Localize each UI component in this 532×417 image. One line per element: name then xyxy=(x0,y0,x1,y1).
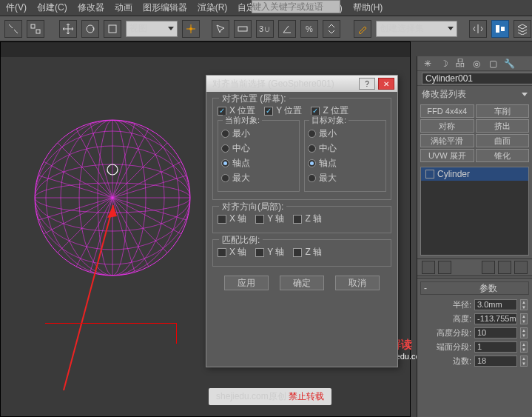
configure-sets-button[interactable] xyxy=(514,261,528,274)
height-spinner[interactable]: ▲▼ xyxy=(520,313,528,324)
cur-pivot-radio[interactable]: 轴点 xyxy=(221,157,296,170)
menu-help[interactable]: 帮助(H) xyxy=(353,1,383,14)
scale-button[interactable] xyxy=(104,20,121,38)
utilities-tab-icon[interactable]: 🔧 xyxy=(503,58,515,70)
edit-named-sel-button[interactable] xyxy=(354,20,371,38)
help-button[interactable]: ? xyxy=(359,78,375,90)
align-orientation-group: 对齐方向(局部): X 轴 Y 轴 Z 轴 xyxy=(212,206,391,233)
close-button[interactable]: ✕ xyxy=(378,78,394,90)
spinner-snap-button[interactable] xyxy=(323,20,340,38)
footer-watermark: shejiedu.com原创 禁止转载 xyxy=(209,388,331,405)
ref-coord-dropdown[interactable]: 视图 xyxy=(126,21,178,37)
menu-create[interactable]: 创建(C) xyxy=(37,1,67,14)
tgt-center-radio[interactable]: 中心 xyxy=(308,142,383,155)
tgt-min-radio[interactable]: 最小 xyxy=(308,127,383,140)
search-input[interactable] xyxy=(252,0,340,13)
display-tab-icon[interactable]: ▢ xyxy=(487,58,499,70)
percent-icon: % xyxy=(306,24,313,33)
mod-ffd-button[interactable]: FFD 4x4x4 xyxy=(420,104,474,118)
menu-graph[interactable]: 图形编辑器 xyxy=(143,1,187,14)
heightsegs-spinner[interactable]: ▲▼ xyxy=(520,327,528,338)
named-sel-dropdown[interactable]: 创建选择集 xyxy=(376,21,457,37)
y-position-checkbox[interactable]: ✓Y 位置 xyxy=(264,104,302,117)
svg-rect-5 xyxy=(238,27,247,31)
cancel-button[interactable]: 取消 xyxy=(335,276,380,290)
pin-stack-button[interactable] xyxy=(422,261,435,274)
svg-rect-7 xyxy=(501,27,505,31)
show-end-result-button[interactable] xyxy=(438,261,451,274)
mod-lathe-button[interactable]: 车削 xyxy=(476,104,530,118)
cur-max-radio[interactable]: 最大 xyxy=(221,172,296,184)
z-scale-checkbox[interactable]: Z 轴 xyxy=(293,246,322,258)
percent-snap-button[interactable]: % xyxy=(300,20,318,38)
mod-taper-button[interactable]: 锥化 xyxy=(476,149,530,162)
make-unique-button[interactable] xyxy=(482,261,495,274)
mod-turbosmooth-button[interactable]: 涡轮平滑 xyxy=(420,134,474,147)
keyboard-shortcut-button[interactable] xyxy=(234,20,252,38)
menu-bar: 件(V) 创建(C) 修改器 动画 图形编辑器 渲染(R) 自定义(U) MAX… xyxy=(0,0,532,16)
modifier-buttons-grid: FFD 4x4x4 车削 对称 挤出 涡轮平滑 曲面 UVW 展开 锥化 xyxy=(417,103,532,164)
select-manipulate-button[interactable] xyxy=(212,20,229,38)
radius-spinner[interactable]: ▲▼ xyxy=(520,299,528,310)
y-axis-checkbox[interactable]: Y 轴 xyxy=(255,213,284,225)
menu-render[interactable]: 渲染(R) xyxy=(198,1,228,14)
params-rollout-body: 半径:3.0mm▲▼ 高度:-113.755m▲▼ 高度分段:10▲▼ 端面分段… xyxy=(417,298,532,368)
stack-item-icon xyxy=(425,170,434,179)
dialog-title: 对齐当前选择 (GeoSphere001) xyxy=(212,78,334,90)
match-scale-group: 匹配比例: X 轴 Y 轴 Z 轴 xyxy=(212,239,391,267)
modifier-stack[interactable]: Cylinder xyxy=(420,167,529,256)
remove-mod-button[interactable] xyxy=(498,261,511,274)
annotation-arrow xyxy=(60,201,134,394)
mod-uvw-button[interactable]: UVW 展开 xyxy=(420,149,474,162)
modify-tab-icon[interactable]: ☽ xyxy=(438,58,450,70)
mirror-button[interactable] xyxy=(469,20,487,38)
dialog-titlebar[interactable]: 对齐当前选择 (GeoSphere001) ? ✕ xyxy=(206,76,397,92)
layers-button[interactable] xyxy=(514,20,531,38)
sides-spinner[interactable]: ▲▼ xyxy=(520,356,528,367)
capsegs-spinner[interactable]: ▲▼ xyxy=(520,341,528,353)
object-name-input[interactable] xyxy=(422,73,532,84)
params-rollout-header[interactable]: - 参数 xyxy=(420,281,529,295)
current-object-group: 当前对象: 最小 中心 轴点 最大 xyxy=(218,120,300,192)
cur-center-radio[interactable]: 中心 xyxy=(221,142,296,155)
capsegs-input[interactable]: 1 xyxy=(474,341,517,353)
align-button[interactable] xyxy=(491,20,509,38)
command-panel: ✳ ☽ 品 ◎ ▢ 🔧 修改器列表 FFD 4x4x4 车削 对称 挤出 涡轮平… xyxy=(417,56,532,417)
x-axis-checkbox[interactable]: X 轴 xyxy=(218,213,246,225)
align-dialog: 对齐当前选择 (GeoSphere001) ? ✕ 对齐位置 (屏幕): ✓X … xyxy=(206,75,398,367)
select-link-button[interactable] xyxy=(4,20,22,38)
target-object-group: 目标对象: 最小 中心 轴点 最大 xyxy=(304,120,386,192)
menu-animation[interactable]: 动画 xyxy=(115,1,132,14)
mod-surface-button[interactable]: 曲面 xyxy=(476,134,530,147)
motion-tab-icon[interactable]: ◎ xyxy=(471,58,482,70)
x-scale-checkbox[interactable]: X 轴 xyxy=(218,246,246,258)
y-scale-checkbox[interactable]: Y 轴 xyxy=(255,246,284,258)
snap-button[interactable]: 3 xyxy=(256,20,274,38)
svg-point-4 xyxy=(189,27,192,30)
height-input[interactable]: -113.755m xyxy=(474,313,517,324)
create-tab-icon[interactable]: ✳ xyxy=(422,58,434,70)
rotate-button[interactable] xyxy=(81,20,99,38)
menu-file[interactable]: 件(V) xyxy=(6,1,27,14)
apply-button[interactable]: 应用 xyxy=(224,276,269,290)
tgt-max-radio[interactable]: 最大 xyxy=(308,172,383,184)
sides-input[interactable]: 18 xyxy=(474,356,517,367)
cur-min-radio[interactable]: 最小 xyxy=(221,127,296,140)
modifier-list-dropdown[interactable]: 修改器列表 xyxy=(417,86,532,103)
menu-modifiers[interactable]: 修改器 xyxy=(78,1,104,14)
svg-rect-0 xyxy=(31,24,35,28)
tgt-pivot-radio[interactable]: 轴点 xyxy=(308,157,383,170)
heightsegs-input[interactable]: 10 xyxy=(474,327,517,338)
mod-symmetry-button[interactable]: 对称 xyxy=(420,119,474,133)
stack-item[interactable]: Cylinder xyxy=(421,167,528,181)
hierarchy-tab-icon[interactable]: 品 xyxy=(454,58,466,70)
svg-line-31 xyxy=(64,205,113,390)
z-axis-checkbox[interactable]: Z 轴 xyxy=(293,213,322,225)
pivot-button[interactable] xyxy=(182,20,200,38)
angle-snap-button[interactable] xyxy=(278,20,296,38)
unlink-button[interactable] xyxy=(27,20,44,38)
mod-extrude-button[interactable]: 挤出 xyxy=(476,119,530,133)
move-button[interactable] xyxy=(59,20,77,38)
ok-button[interactable]: 确定 xyxy=(280,276,324,290)
radius-input[interactable]: 3.0mm xyxy=(474,299,517,310)
